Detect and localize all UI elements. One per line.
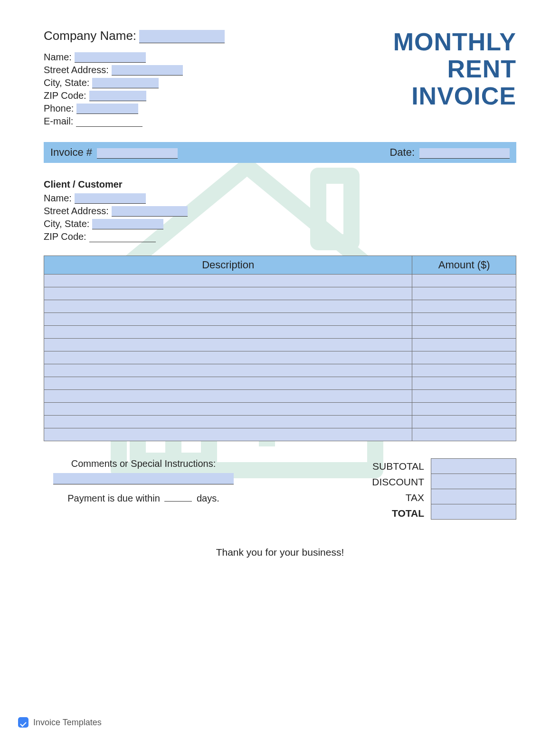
desc-cell[interactable] <box>44 377 412 390</box>
footer-text: Invoice Templates <box>33 718 102 728</box>
name-label: Name: <box>44 52 72 63</box>
city-state-label: City, State: <box>44 77 89 88</box>
amount-cell[interactable] <box>412 275 516 287</box>
comments-input[interactable] <box>53 473 234 484</box>
client-city-state-label: City, State: <box>44 218 89 229</box>
check-icon <box>18 717 28 728</box>
title-line-1: MONTHLY <box>393 28 516 56</box>
amount-cell[interactable] <box>412 428 516 441</box>
table-row <box>44 428 516 441</box>
amount-cell[interactable] <box>412 287 516 300</box>
zip-input[interactable] <box>89 91 146 101</box>
subtotal-input[interactable] <box>431 458 516 474</box>
discount-input[interactable] <box>431 474 516 489</box>
client-info: Client / Customer Name: Street Address: … <box>44 179 516 242</box>
city-state-input[interactable] <box>92 78 159 88</box>
invoice-bar: Invoice # Date: <box>44 142 516 163</box>
amount-cell[interactable] <box>412 416 516 428</box>
company-name-input[interactable] <box>139 30 225 43</box>
comments-label: Comments or Special Instructions: <box>44 458 243 469</box>
desc-cell[interactable] <box>44 300 412 313</box>
amount-cell[interactable] <box>412 390 516 403</box>
comments-block: Comments or Special Instructions: Paymen… <box>44 458 243 521</box>
client-name-label: Name: <box>44 193 72 204</box>
table-row <box>44 300 516 313</box>
table-row <box>44 339 516 351</box>
desc-cell[interactable] <box>44 416 412 428</box>
invoice-no-input[interactable] <box>97 148 178 159</box>
title-line-2: RENT <box>393 56 516 83</box>
desc-cell[interactable] <box>44 351 412 364</box>
street-input[interactable] <box>112 65 183 76</box>
email-input[interactable] <box>76 116 142 127</box>
tax-input[interactable] <box>431 489 516 504</box>
total-input[interactable] <box>431 504 516 520</box>
amount-cell[interactable] <box>412 339 516 351</box>
desc-cell[interactable] <box>44 428 412 441</box>
phone-label: Phone: <box>44 103 74 114</box>
street-label: Street Address: <box>44 65 109 76</box>
table-row <box>44 351 516 364</box>
desc-cell[interactable] <box>44 287 412 300</box>
table-row <box>44 313 516 326</box>
thank-you: Thank you for your business! <box>44 547 516 558</box>
table-row <box>44 275 516 287</box>
table-row <box>44 390 516 403</box>
table-row <box>44 416 516 428</box>
date-label: Date: <box>389 146 415 159</box>
amount-cell[interactable] <box>412 313 516 326</box>
desc-cell[interactable] <box>44 390 412 403</box>
desc-cell[interactable] <box>44 275 412 287</box>
amount-cell[interactable] <box>412 377 516 390</box>
client-street-input[interactable] <box>112 206 188 217</box>
client-name-input[interactable] <box>75 193 146 204</box>
amount-header: Amount ($) <box>412 256 516 275</box>
client-zip-input[interactable] <box>89 232 156 242</box>
client-zip-label: ZIP Code: <box>44 231 86 242</box>
client-city-state-input[interactable] <box>92 219 163 229</box>
table-row <box>44 377 516 390</box>
company-info: Company Name: Name: Street Address: City… <box>44 28 225 129</box>
title-line-3: INVOICE <box>393 83 516 110</box>
desc-cell[interactable] <box>44 403 412 416</box>
desc-cell[interactable] <box>44 364 412 377</box>
company-name-label: Company Name: <box>44 28 136 43</box>
desc-cell[interactable] <box>44 339 412 351</box>
zip-label: ZIP Code: <box>44 90 86 101</box>
document-title: MONTHLY RENT INVOICE <box>393 28 516 110</box>
amount-cell[interactable] <box>412 403 516 416</box>
desc-header: Description <box>44 256 412 275</box>
footer: Invoice Templates <box>18 717 102 728</box>
discount-label: DISCOUNT <box>372 474 424 490</box>
subtotal-label: SUBTOTAL <box>372 458 424 474</box>
amount-cell[interactable] <box>412 326 516 339</box>
amount-cell[interactable] <box>412 300 516 313</box>
phone-input[interactable] <box>76 104 138 114</box>
tax-label: TAX <box>372 490 424 505</box>
table-row <box>44 403 516 416</box>
amount-cell[interactable] <box>412 351 516 364</box>
name-input[interactable] <box>75 52 146 63</box>
client-heading: Client / Customer <box>44 179 516 190</box>
payment-terms: Payment is due within days. <box>44 493 243 504</box>
amount-cell[interactable] <box>412 364 516 377</box>
table-row <box>44 326 516 339</box>
totals-block: SUBTOTAL DISCOUNT TAX TOTAL <box>372 458 516 521</box>
invoice-no-label: Invoice # <box>50 146 92 159</box>
date-input[interactable] <box>419 148 510 159</box>
payment-days-input[interactable] <box>164 501 192 502</box>
table-row <box>44 364 516 377</box>
items-table: Description Amount ($) <box>44 256 516 441</box>
desc-cell[interactable] <box>44 326 412 339</box>
desc-cell[interactable] <box>44 313 412 326</box>
client-street-label: Street Address: <box>44 206 109 217</box>
total-label: TOTAL <box>372 505 424 521</box>
table-row <box>44 287 516 300</box>
email-label: E-mail: <box>44 116 73 127</box>
